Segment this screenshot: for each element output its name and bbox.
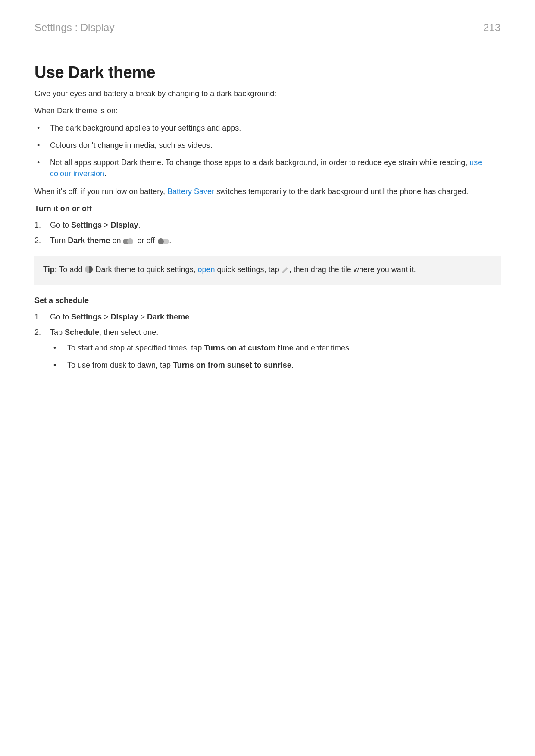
text-span: To start and stop at specified times, ta…: [67, 344, 204, 352]
open-link[interactable]: open: [198, 265, 215, 274]
tip-box: Tip: To add Dark theme to quick settings…: [34, 256, 501, 285]
page-container: Settings : Display 213 Use Dark theme Gi…: [0, 0, 535, 756]
text-span: When it's off, if you run low on battery…: [34, 187, 167, 196]
text-span: .: [104, 169, 106, 178]
schedule-heading: Set a schedule: [34, 295, 501, 306]
text-span: Not all apps support Dark theme. To chan…: [50, 158, 469, 167]
sunset-sunrise-label: Turns on from sunset to sunrise: [173, 361, 291, 369]
battery-saver-link[interactable]: Battery Saver: [167, 187, 214, 196]
display-label: Display: [111, 221, 138, 229]
list-item: The dark background applies to your sett…: [34, 122, 501, 134]
display-label: Display: [111, 312, 138, 321]
text-span: , then drag the tile where you want it.: [289, 265, 416, 274]
breadcrumb: Settings : Display: [34, 22, 114, 34]
text-span: Go to: [50, 312, 71, 321]
text-span: .: [189, 312, 191, 321]
text-span: .: [169, 236, 171, 245]
text-span: .: [291, 361, 294, 369]
schedule-label: Schedule: [65, 328, 99, 337]
settings-label: Settings: [71, 221, 102, 229]
text-span: or off: [135, 236, 157, 245]
text-span: quick settings, tap: [215, 265, 282, 274]
list-item: Go to Settings > Display > Dark theme.: [34, 311, 501, 322]
list-item: To use from dusk to dawn, tap Turns on f…: [50, 359, 501, 371]
pencil-icon: [282, 265, 289, 278]
svg-point-3: [158, 238, 164, 244]
dark-theme-tile-icon: [84, 265, 93, 278]
page-title: Use Dark theme: [34, 63, 501, 82]
header-divider: [34, 46, 501, 46]
text-span: Tap: [50, 328, 65, 337]
when-on-label: When Dark theme is on:: [34, 105, 501, 116]
turn-steps-list: Go to Settings > Display. Turn Dark them…: [34, 219, 501, 248]
schedule-steps-list: Go to Settings > Display > Dark theme. T…: [34, 311, 501, 371]
off-paragraph: When it's off, if you run low on battery…: [34, 186, 501, 197]
toggle-on-icon: [123, 237, 135, 248]
custom-time-label: Turns on at custom time: [204, 344, 294, 352]
tip-label: Tip:: [43, 265, 57, 274]
page-header: Settings : Display 213: [34, 22, 501, 34]
dark-theme-label: Dark theme: [68, 236, 110, 245]
text-span: >: [102, 221, 111, 229]
toggle-off-icon: [157, 237, 169, 248]
text-span: >: [138, 312, 147, 321]
text-span: , then select one:: [99, 328, 158, 337]
text-span: on: [110, 236, 123, 245]
list-item: Tap Schedule, then select one: To start …: [34, 327, 501, 371]
text-span: >: [102, 312, 111, 321]
when-on-list: The dark background applies to your sett…: [34, 122, 501, 179]
text-span: To use from dusk to dawn, tap: [67, 361, 173, 369]
text-span: and enter times.: [294, 344, 351, 352]
list-item: Go to Settings > Display.: [34, 219, 501, 231]
turn-heading: Turn it on or off: [34, 203, 501, 214]
list-item: Colours don't change in media, such as v…: [34, 140, 501, 151]
text-span: switches temporarily to the dark backgro…: [214, 187, 468, 196]
text-span: To add: [57, 265, 85, 274]
text-span: .: [138, 221, 141, 229]
intro-text: Give your eyes and battery a break by ch…: [34, 88, 501, 99]
dark-theme-label: Dark theme: [147, 312, 189, 321]
list-item: To start and stop at specified times, ta…: [50, 342, 501, 353]
page-number: 213: [483, 22, 501, 34]
text-span: Go to: [50, 221, 71, 229]
schedule-options-list: To start and stop at specified times, ta…: [50, 342, 501, 371]
svg-point-1: [127, 238, 133, 244]
text-span: Turn: [50, 236, 68, 245]
list-item: Not all apps support Dark theme. To chan…: [34, 157, 501, 179]
settings-label: Settings: [71, 312, 102, 321]
list-item: Turn Dark theme on or off .: [34, 235, 501, 248]
text-span: Dark theme to quick settings,: [93, 265, 197, 274]
